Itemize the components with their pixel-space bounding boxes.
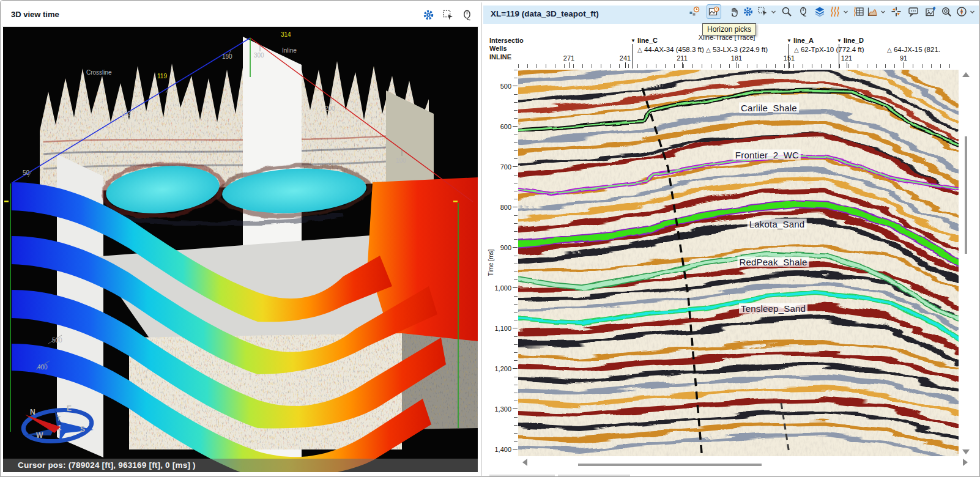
depth-tick: 400 (37, 364, 48, 371)
line-marker[interactable]: ▼ line_A (787, 37, 814, 44)
line-marker[interactable]: ▼ line_D (837, 37, 864, 44)
time-axis-minor-ticks (514, 70, 518, 456)
time-tick-label: 600 (484, 123, 511, 130)
scroll-up-arrow[interactable] (962, 72, 970, 77)
inline-axis-minor-ticks (518, 64, 959, 68)
3d-view-title: 3D view time (11, 10, 59, 19)
selection-mode-chevron[interactable] (771, 9, 776, 15)
3d-view-panel: 3D view time (2, 2, 478, 476)
line-marker[interactable]: ▼ line_C (631, 37, 658, 44)
horizon-label[interactable]: RedPeak_Shale (737, 257, 809, 267)
time-tick-label: 1,100 (484, 325, 511, 332)
well-marker[interactable]: △ 53-LX-3 (224.9 ft) (706, 46, 768, 53)
settings-gear-icon[interactable] (421, 7, 436, 22)
bottom-panel-edge (489, 475, 555, 476)
section-toolbar (684, 4, 979, 19)
well-marker-icon: △ (706, 46, 711, 53)
compass-s-label: S (80, 425, 85, 434)
section-view-panel: XL=119 (data_3D_teapot_ft) (481, 2, 979, 476)
crossline-axis-label: Crossline (86, 69, 112, 76)
compass-t-top-label: T (57, 415, 61, 422)
section-view-title: XL=119 (data_3D_teapot_ft) (491, 9, 599, 18)
time-tick-label: 1,000 (484, 284, 511, 292)
3d-view-header: 3D view time (2, 2, 478, 27)
inline-tick-label: 91 (891, 54, 916, 62)
wiggle-display-icon[interactable] (828, 4, 842, 19)
inline-axis-label: Inline (282, 47, 297, 54)
time-tick-label: 800 (484, 204, 511, 211)
compass-n-label: N (30, 408, 35, 416)
bottom-panel-edge (558, 475, 630, 476)
inline-tick-label: 151 (777, 54, 801, 62)
zoom-icon[interactable] (779, 4, 794, 19)
row-label-wells: Wells (489, 45, 507, 52)
orientation-compass-chevron[interactable] (970, 9, 975, 15)
compass-w-label: W (36, 431, 43, 440)
crossline-current-value: 119 (157, 73, 167, 80)
inline-tick: 100 (396, 157, 406, 164)
spreadsheet-icon[interactable] (852, 4, 866, 19)
pan-hand-icon[interactable] (727, 4, 741, 19)
time-tick-label: 1,200 (484, 365, 511, 372)
crossline-tick: 100 (121, 111, 131, 117)
cursor-position-statusbar: Cursor pos: (789024 [ft], 963169 [ft], 0… (3, 459, 478, 472)
annotations-icon[interactable] (906, 4, 921, 19)
wiggle-display-chevron[interactable] (843, 9, 848, 15)
line-marker-icon: ▼ (787, 38, 792, 43)
line-marker-icon: ▼ (837, 38, 842, 43)
horizon-label[interactable]: Tensleep_Sand (739, 303, 807, 314)
horizon-label[interactable]: Carlile_Shale (739, 103, 799, 113)
row-label-inline: INLINE (489, 53, 511, 61)
layers-icon[interactable] (812, 4, 827, 19)
vertical-scrollbar-thumb[interactable] (965, 136, 967, 254)
magnifier-icon[interactable] (939, 4, 954, 19)
selection-mode-icon[interactable] (755, 4, 770, 19)
well-marker[interactable]: △ 44-AX-34 (458.3 ft) (637, 46, 704, 53)
histogram-chevron[interactable] (880, 9, 886, 15)
inline-tick-label: 121 (834, 54, 859, 62)
scroll-down-arrow[interactable] (962, 449, 970, 454)
inline-tick-label: 211 (670, 54, 694, 62)
depth-tick: 500 (52, 337, 62, 344)
time-tick-label: 500 (484, 83, 511, 90)
time-tick-label: 700 (484, 163, 511, 171)
app-window: 3D view time (0, 0, 980, 477)
export-image-icon[interactable] (923, 4, 938, 19)
mouse-icon[interactable] (796, 4, 811, 19)
row-label-intersections: Intersectio (489, 37, 524, 44)
inline-tick-label: 271 (557, 54, 581, 62)
well-marker[interactable]: △ 62-TpX-10 (772.4 ft) (794, 46, 864, 53)
scroll-right-arrow[interactable] (963, 459, 968, 466)
compass-t-bottom-label: T (58, 429, 61, 435)
well-marker-icon: △ (887, 46, 892, 53)
compass-e-label: E (67, 404, 72, 413)
line-marker-icon: ▼ (631, 38, 636, 43)
inline-tick: 200 (325, 105, 335, 112)
settings-gear-icon[interactable] (741, 4, 755, 19)
inline-tick-label: 241 (613, 54, 637, 62)
crosshair-icon[interactable] (889, 4, 904, 19)
3d-scene-canvas: Crossline Inline 150 119 100 50 314 300 … (3, 27, 478, 472)
inline-current-value: 314 (281, 31, 291, 38)
crossline-tick: 50 (23, 169, 30, 176)
orientation-compass-icon[interactable] (954, 4, 969, 19)
mouse-icon[interactable] (460, 7, 475, 22)
inline-tick-label: 181 (724, 54, 749, 62)
tooltip: Horizon picks (702, 23, 756, 35)
horizon-label[interactable]: Frontier_2_WC (733, 150, 801, 160)
horizontal-scrollbar-thumb[interactable] (578, 464, 762, 466)
histogram-icon[interactable] (865, 4, 880, 19)
crossline-tick: 150 (222, 53, 232, 60)
well-marker-icon: △ (637, 46, 642, 53)
inline-tick: 300 (254, 52, 264, 59)
horizon-label[interactable]: Lakota_Sand (748, 219, 807, 229)
picks-icon[interactable] (687, 4, 702, 19)
selection-mode-icon[interactable] (440, 7, 455, 22)
well-marker[interactable]: △ 64-JX-15 (821. (887, 46, 940, 53)
horizon-picks-button[interactable] (707, 4, 721, 19)
scroll-left-arrow[interactable] (522, 459, 527, 466)
time-tick-label: 1,300 (484, 405, 511, 413)
3d-scene[interactable]: Crossline Inline 150 119 100 50 314 300 … (3, 27, 478, 472)
well-marker-icon: △ (794, 46, 799, 53)
time-tick-label: 900 (484, 244, 511, 251)
